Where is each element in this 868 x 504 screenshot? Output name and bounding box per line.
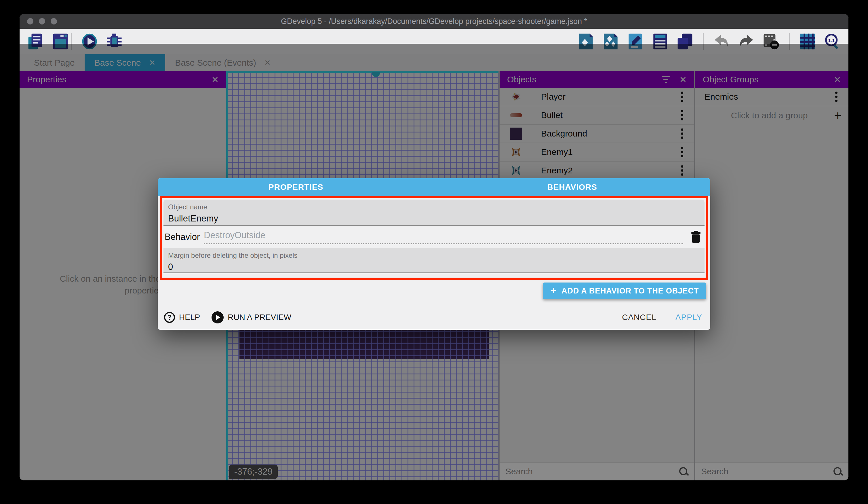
desktop: GDevelop 5 - /Users/dkarakay/Documents/G… [0,0,868,504]
add-behavior-button-label: ADD A BEHAVIOR TO THE OBJECT [561,286,699,295]
delete-behavior-icon[interactable] [691,231,701,243]
maximize-window-icon[interactable] [51,18,57,24]
behavior-row: Behavior [164,226,704,248]
cancel-button[interactable]: CANCEL [622,313,657,322]
help-label: HELP [179,313,200,322]
annotation-highlight-rectangle: Object name Behavior Margin before delet… [160,196,708,280]
play-icon [211,311,224,323]
object-name-field[interactable]: Object name [164,200,704,226]
apply-button[interactable]: APPLY [675,313,702,322]
behavior-row-label: Behavior [165,232,200,242]
margin-field[interactable]: Margin before deleting the object, in pi… [164,248,704,273]
object-name-field-label: Object name [168,203,700,211]
behavior-name-field[interactable] [204,230,683,244]
dialog-tab-properties[interactable]: PROPERTIES [158,178,434,196]
dialog-tabbar: PROPERTIES BEHAVIORS [158,178,710,196]
plus-icon: + [550,284,557,296]
close-window-icon[interactable] [27,18,33,24]
help-icon: ? [164,312,175,323]
titlebar: GDevelop 5 - /Users/dkarakay/Documents/G… [20,14,848,29]
run-preview-button[interactable]: RUN A PREVIEW [211,311,291,323]
object-editor-dialog: PROPERTIES BEHAVIORS Object name Behavio… [158,178,710,330]
object-name-input[interactable] [168,213,700,224]
help-button[interactable]: ? HELP [164,312,200,323]
margin-field-label: Margin before deleting the object, in pi… [168,251,700,260]
minimize-window-icon[interactable] [39,18,45,24]
add-behavior-button[interactable]: + ADD A BEHAVIOR TO THE OBJECT [543,283,706,299]
behavior-name-input[interactable] [204,230,683,241]
run-preview-label: RUN A PREVIEW [228,313,291,322]
macos-window-controls [27,18,57,24]
dialog-tab-behaviors[interactable]: BEHAVIORS [434,178,710,196]
dialog-actions: ? HELP RUN A PREVIEW CANCEL APPLY [164,309,702,326]
window-title: GDevelop 5 - /Users/dkarakay/Documents/G… [281,17,587,26]
svg-text:1:1: 1:1 [828,38,835,43]
margin-input[interactable] [168,262,700,272]
